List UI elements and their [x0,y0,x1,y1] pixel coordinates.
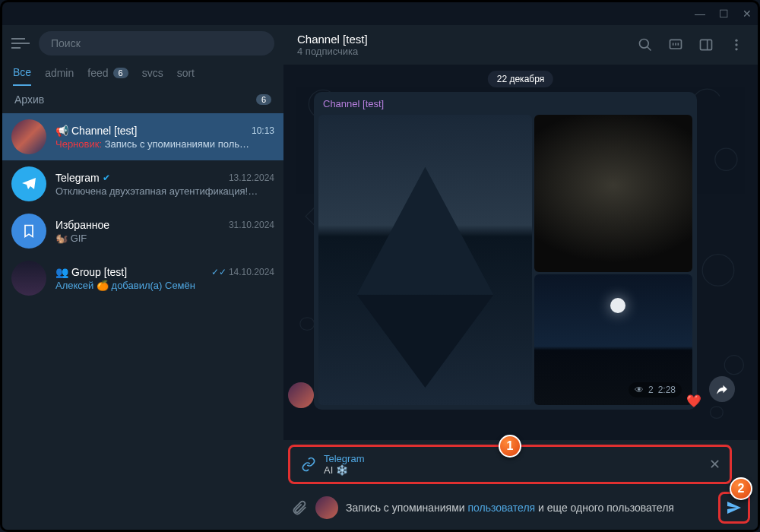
chat-item[interactable]: Telegram ✔13.12.2024 Отключена двухэтапн… [2,160,283,207]
tab-feed[interactable]: feed6 [87,66,128,86]
link-text: AI ❄️ [324,464,692,476]
attach-icon[interactable] [291,499,308,516]
chat-time: 13.12.2024 [229,173,274,183]
chat-title[interactable]: Channel [test] [297,33,368,46]
chat-preview: Черновик: Запись с упоминаниями поль… [55,138,274,150]
chat-item[interactable]: 📢 Channel [test]10:13 Черновик: Запись с… [2,113,283,160]
chat-time: ✓✓ 14.10.2024 [211,267,274,277]
tab-all[interactable]: Все [13,66,31,86]
link-preview[interactable]: 1 Telegram AI ❄️ ✕ [288,445,732,484]
callout-1: 1 [499,435,521,458]
photo-album[interactable]: 👁22:28 [318,115,692,405]
archive-label: Архив [14,93,44,106]
maximize-button[interactable]: ☐ [719,8,729,20]
svg-point-4 [735,43,737,46]
tab-badge: 6 [113,68,128,78]
window-titlebar: — ☐ ✕ [2,2,758,25]
archive-row[interactable]: Архив 6 [2,86,283,113]
heart-reaction[interactable]: ❤️ [686,394,701,408]
svg-point-0 [640,40,649,49]
compose-avatar[interactable] [315,496,338,519]
svg-point-7 [715,148,737,170]
chat-item[interactable]: Избранное31.10.2024 🐿️ GIF [2,207,283,255]
more-icon[interactable] [729,37,744,52]
avatar [11,166,46,201]
callout-2: 2 [730,477,752,500]
photo-startrails[interactable] [534,115,692,272]
tab-svcs[interactable]: svcs [142,66,163,86]
mention[interactable]: пользователя [468,502,536,514]
minimize-button[interactable]: — [695,8,705,20]
chat-preview: Алексей 🍊 добавил(а) Семён [55,280,274,291]
comments-icon[interactable] [668,37,683,52]
search-icon[interactable] [638,37,653,52]
message-sender: Channel [test] [323,98,384,109]
tab-sort[interactable]: sort [177,66,195,86]
archive-badge: 6 [256,94,271,105]
send-button[interactable]: 2 [718,492,750,524]
input-area: 1 Telegram AI ❄️ ✕ Запись с упоминаниями… [283,440,758,530]
avatar [11,119,46,154]
close-button[interactable]: ✕ [743,8,752,20]
message-meta: 👁22:28 [629,382,682,397]
folder-tabs: Все admin feed6 svcs sort [2,62,283,86]
svg-point-9 [724,356,743,375]
svg-point-8 [702,255,734,287]
chat-name: 📢 Channel [test] [55,125,137,137]
menu-icon[interactable] [11,43,30,44]
chat-subtitle: 4 подписчика [297,46,368,57]
compose-input[interactable]: Запись с упоминаниями пользователя и еще… [346,502,711,514]
forward-button[interactable] [709,376,735,402]
message-area[interactable]: 22 декабря Channel [test] 👁22:28 ❤️ [283,65,758,440]
avatar [11,261,46,296]
chat-time: 31.10.2024 [229,220,274,230]
date-pill: 22 декабря [488,71,553,87]
svg-point-3 [735,40,737,42]
chat-name: Telegram ✔ [55,172,110,184]
search-input[interactable]: Поиск [39,31,274,55]
chat-time: 10:13 [252,125,274,136]
close-icon[interactable]: ✕ [709,456,720,473]
chat-header: Channel [test] 4 подписчика [283,25,758,65]
svg-rect-2 [701,40,712,49]
chat-preview: 🐿️ GIF [55,233,274,244]
tab-admin[interactable]: admin [45,66,74,86]
verified-icon: ✔ [103,173,110,183]
message-avatar[interactable] [288,382,314,408]
chat-item[interactable]: 👥 Group [test]✓✓ 14.10.2024 Алексей 🍊 до… [2,255,283,302]
sidebar: Поиск Все admin feed6 svcs sort Архив 6 … [2,25,283,530]
message-bubble[interactable]: Channel [test] 👁22:28 [314,92,697,410]
chat-list: 📢 Channel [test]10:13 Черновик: Запись с… [2,113,283,530]
avatar [11,214,46,249]
chat-name: Избранное [55,219,109,231]
chat-preview: Отключена двухэтапная аутентификация!… [55,185,274,197]
photo-mountain[interactable] [318,115,532,405]
photo-moon[interactable]: 👁22:28 [534,274,692,405]
compose-row: Запись с упоминаниями пользователя и еще… [283,486,758,530]
chat-name: 👥 Group [test] [55,266,127,278]
sidepanel-icon[interactable] [698,37,714,52]
svg-point-5 [735,48,737,50]
link-icon [301,457,316,472]
